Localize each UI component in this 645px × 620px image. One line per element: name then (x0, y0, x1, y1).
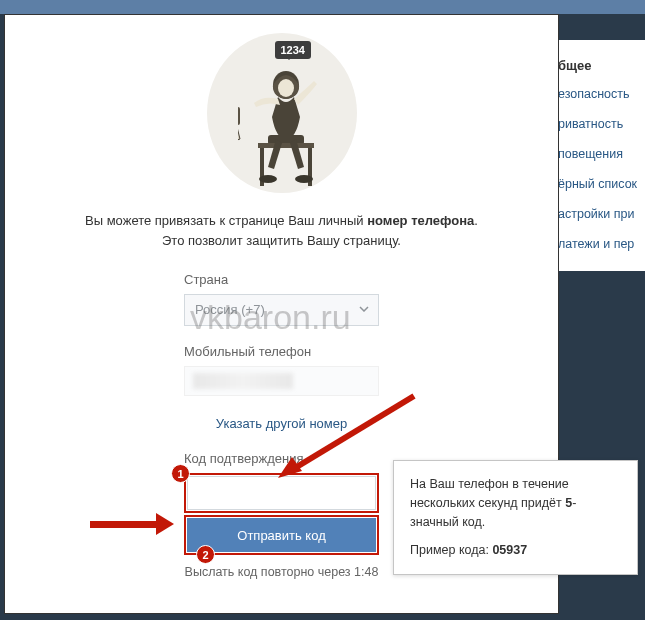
svg-point-1 (278, 79, 294, 97)
illustration: 1234 (207, 33, 357, 193)
sidebar-item-notifications[interactable]: повещения (550, 139, 645, 169)
country-label: Страна (184, 272, 379, 287)
settings-sidebar: бщее езопасность риватность повещения ёр… (550, 40, 645, 271)
desc-line1-pre: Вы можете привязать к странице Ваш личны… (85, 213, 367, 228)
desc-line1-bold: номер телефона (367, 213, 474, 228)
sidebar-item-app-settings[interactable]: астройки при (550, 199, 645, 229)
phone-field[interactable] (184, 366, 379, 396)
svg-point-7 (295, 175, 313, 183)
country-select-wrap[interactable]: Россия (+7) (184, 294, 379, 326)
desc-line2: Это позволит защитить Вашу страницу. (162, 233, 401, 248)
svg-rect-3 (258, 143, 314, 148)
annotation-highlight-1 (184, 473, 379, 513)
page-header-bar (0, 0, 645, 14)
speech-bubble: 1234 (275, 41, 311, 59)
phone-blurred-value (193, 373, 293, 389)
svg-rect-8 (238, 107, 240, 125)
annotation-badge-1: 1 (171, 464, 190, 483)
svg-point-6 (259, 175, 277, 183)
resend-pre: Выслать код повторно через (185, 565, 355, 579)
description: Вы можете привязать к странице Ваш личны… (5, 211, 558, 250)
annotation-badge-2: 2 (196, 545, 215, 564)
person-illustration (238, 67, 348, 197)
resend-info: Выслать код повторно через 1:48 (184, 557, 379, 579)
sidebar-item-security[interactable]: езопасность (550, 79, 645, 109)
desc-line1-post: . (474, 213, 478, 228)
tooltip-line2: Пример кода: 05937 (410, 541, 621, 560)
confirmation-code-input[interactable] (187, 476, 376, 510)
country-select[interactable]: Россия (+7) (184, 294, 379, 326)
sidebar-title: бщее (550, 52, 645, 79)
sidebar-item-privacy[interactable]: риватность (550, 109, 645, 139)
tooltip-line1: На Ваш телефон в течение нескольких секу… (410, 475, 621, 531)
sidebar-item-payments[interactable]: латежи и пер (550, 229, 645, 259)
resend-timer: 1:48 (354, 565, 378, 579)
phone-label: Мобильный телефон (184, 344, 379, 359)
svg-marker-11 (278, 457, 302, 478)
code-hint-tooltip: На Ваш телефон в течение нескольких секу… (393, 460, 638, 575)
annotation-arrow-horizontal (90, 516, 175, 532)
phone-block: Мобильный телефон (184, 344, 379, 396)
send-code-button[interactable]: Отправить код (187, 518, 376, 552)
chevron-down-icon (359, 306, 369, 316)
sidebar-item-blacklist[interactable]: ёрный список (550, 169, 645, 199)
